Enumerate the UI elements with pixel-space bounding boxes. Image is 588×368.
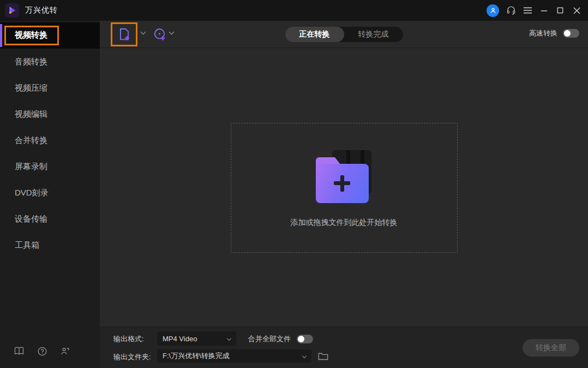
output-format-label: 输出格式: [113, 334, 144, 344]
sidebar-item-video-compress[interactable]: 视频压缩 [0, 75, 100, 101]
sidebar-item-device-transfer[interactable]: 设备传输 [0, 206, 100, 232]
toolbar: 正在转换 转换完成 高速转换 [100, 21, 588, 48]
folder-icon [318, 352, 328, 360]
file-dropzone[interactable]: 添加或拖拽文件到此处开始转换 [231, 123, 458, 253]
close-button[interactable] [568, 0, 585, 21]
sidebar-item-label: 视频转换 [15, 30, 47, 39]
sidebar-footer [0, 346, 100, 356]
toggle-knob [564, 30, 571, 37]
convert-all-button[interactable]: 转换全部 [523, 339, 579, 357]
active-indicator-bar [0, 24, 2, 47]
add-file-button[interactable] [111, 22, 137, 46]
chevron-down-icon [226, 335, 232, 343]
help-icon [38, 347, 47, 356]
merge-all-label: 合并全部文件 [248, 334, 291, 344]
merge-all-toggle[interactable] [297, 335, 313, 343]
output-folder-label: 输出文件夹: [113, 352, 151, 362]
book-icon [14, 347, 24, 355]
chevron-down-icon [140, 31, 146, 35]
account-button[interactable] [487, 0, 503, 21]
sidebar-item-screen-record[interactable]: 屏幕录制 [0, 153, 100, 180]
sidebar-item-video-convert[interactable]: 视频转换 [0, 22, 100, 49]
output-format-value: MP4 Video [163, 335, 197, 343]
sidebar-item-toolbox[interactable]: 工具箱 [0, 232, 100, 258]
user-avatar-icon [487, 4, 499, 17]
add-dvd-icon [153, 27, 167, 41]
sidebar-item-dvd-burn[interactable]: DVD刻录 [0, 180, 100, 206]
main-area: 添加或拖拽文件到此处开始转换 [100, 49, 588, 327]
app-logo-icon [5, 3, 19, 17]
sidebar: 视频转换 音频转换 视频压缩 视频编辑 合并转换 屏幕录制 DVD刻录 设备传输… [0, 21, 100, 368]
output-folder-select[interactable]: F:\万兴优转\转换完成 [157, 349, 311, 363]
chevron-down-icon [169, 31, 175, 35]
annotation-highlight-box: 视频转换 [4, 26, 59, 45]
sidebar-item-video-edit[interactable]: 视频编辑 [0, 101, 100, 127]
high-speed-toggle[interactable] [563, 29, 579, 38]
dropzone-hint: 添加或拖拽文件到此处开始转换 [291, 218, 398, 228]
folder-body-shape [316, 164, 369, 203]
output-format-select[interactable]: MP4 Video [157, 331, 236, 346]
add-dvd-button[interactable] [152, 27, 167, 42]
help-button[interactable] [37, 346, 47, 356]
maximize-icon [557, 7, 563, 14]
add-dvd-dropdown-arrow[interactable] [169, 31, 175, 35]
add-file-dropdown-arrow[interactable] [140, 31, 146, 35]
content-area: 正在转换 转换完成 高速转换 [100, 21, 588, 368]
hamburger-icon [523, 7, 532, 14]
chevron-down-icon [302, 352, 307, 360]
minimize-icon [541, 7, 548, 14]
bottom-bar: 输出格式: MP4 Video 合并全部文件 输出文件夹: F:\万兴优转\转换… [100, 327, 588, 368]
app-window: 万兴优转 [0, 0, 588, 368]
support-button[interactable] [503, 0, 519, 21]
high-speed-label: 高速转换 [529, 28, 557, 38]
community-icon [60, 347, 70, 355]
guide-button[interactable] [14, 346, 24, 356]
sidebar-item-audio-convert[interactable]: 音频转换 [0, 49, 100, 75]
output-folder-value: F:\万兴优转\转换完成 [163, 351, 230, 361]
app-title: 万兴优转 [25, 5, 58, 15]
sidebar-item-merge-convert[interactable]: 合并转换 [0, 127, 100, 153]
add-file-icon [117, 27, 131, 41]
maximize-button[interactable] [552, 0, 568, 21]
add-folder-icon [316, 150, 373, 204]
browse-folder-button[interactable] [317, 351, 329, 361]
headset-icon [506, 5, 516, 15]
toggle-knob [298, 336, 304, 342]
tab-converted[interactable]: 转换完成 [344, 27, 403, 42]
menu-button[interactable] [519, 0, 536, 21]
titlebar: 万兴优转 [0, 0, 588, 21]
convert-status-tabs: 正在转换 转换完成 [285, 27, 403, 42]
close-icon [573, 7, 580, 14]
tab-converting[interactable]: 正在转换 [285, 27, 344, 42]
community-button[interactable] [60, 346, 70, 356]
minimize-button[interactable] [536, 0, 552, 21]
